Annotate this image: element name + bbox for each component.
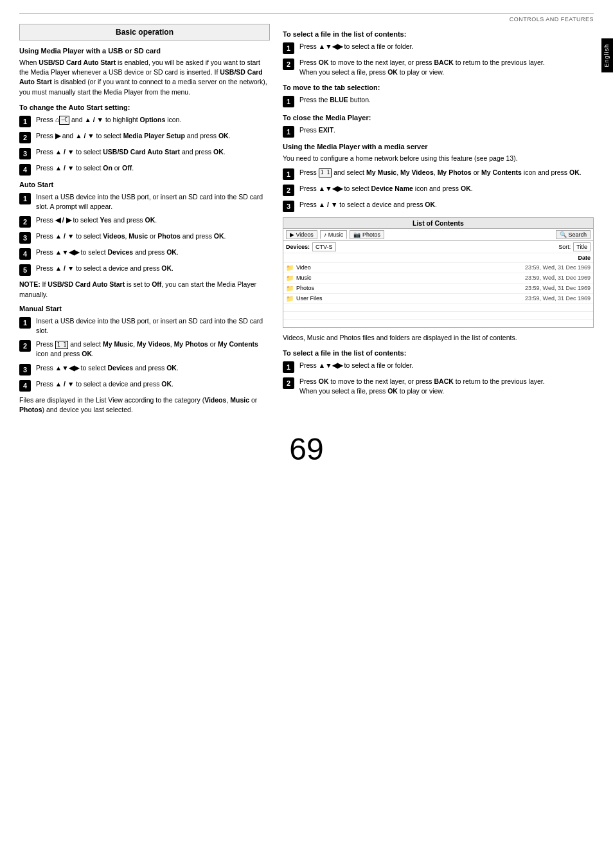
step-num: 2: [19, 132, 31, 143]
basic-operation-title: Basic operation: [19, 24, 270, 41]
step-num: 3: [19, 364, 31, 375]
step-item: 1 Press EXIT.: [283, 125, 594, 138]
loc-device-row: Devices: CTV-S Sort: Title: [283, 241, 593, 253]
manual-start-steps: 1 Insert a USB device into the USB port,…: [19, 316, 270, 392]
step-content: Press ▶ and ▲ / ▼ to select Media Player…: [36, 131, 270, 141]
step-item: 3 Press ▲ / ▼ to select a device and pre…: [283, 200, 594, 212]
select-file2-steps: 1 Press ▲▼◀▶ to select a file or folder.…: [283, 361, 594, 396]
folder-icon: 📁: [286, 275, 294, 282]
step-num: 5: [19, 264, 31, 276]
step-item: 4 Press ▲ / ▼ to select On or Off.: [19, 163, 270, 176]
move-tab-steps: 1 Press the BLUE button.: [283, 95, 594, 107]
folder-icon: 📁: [286, 295, 294, 302]
step-num: 3: [283, 201, 294, 212]
note-text: NOTE: If USB/SD Card Auto Start is set t…: [19, 280, 270, 299]
left-column: Basic operation Using Media Player with …: [19, 24, 270, 419]
step-content: Press OK to move to the next layer, or p…: [299, 58, 594, 77]
step-item: 3 Press ▲▼◀▶ to select Devices and press…: [19, 363, 270, 375]
step-item: 3 Press ▲ / ▼ to select USB/SD Card Auto…: [19, 147, 270, 159]
step-item: 1 Insert a USB device into the USB port,…: [19, 192, 270, 212]
files-note: Files are displayed in the List View acc…: [19, 395, 270, 415]
english-tab: English: [601, 39, 613, 73]
loc-tab-photos[interactable]: 📷 Photos: [350, 230, 384, 239]
manual-start-heading: Manual Start: [19, 305, 270, 312]
change-auto-steps: 1 Press ⌂—C and ▲ / ▼ to highlight Optio…: [19, 115, 270, 176]
step-num: 1: [19, 317, 31, 329]
loc-tab-videos[interactable]: ▶ Videos: [286, 230, 317, 239]
right-column: To select a file in the list of contents…: [283, 24, 594, 419]
step-num: 4: [19, 248, 31, 260]
loc-sort-area: 🔍 Search: [556, 230, 591, 239]
step-item: 1 Press the BLUE button.: [283, 95, 594, 107]
step-item: 2 Press 1 1 and select My Music, My Vide…: [19, 339, 270, 359]
step-content: Insert a USB device into the USB port, o…: [36, 316, 270, 336]
step-content: Press ◀ / ▶ to select Yes and press OK.: [36, 215, 270, 225]
list-of-contents-box: List of Contents ▶ Videos ♪ Music 📷 Phot…: [283, 217, 594, 328]
select-file-steps: 1 Press ▲▼◀▶ to select a file or folder.…: [283, 42, 594, 77]
step-num: 2: [19, 340, 31, 352]
step-content: Press 1 1 and select My Music, My Videos…: [299, 168, 594, 177]
close-player-heading: To close the Media Player:: [283, 114, 594, 122]
empty-row: [283, 320, 593, 327]
step-num: 3: [19, 148, 31, 159]
item-date: 23:59, Wed, 31 Dec 1969: [525, 264, 591, 271]
step-item: 1 Press ▲▼◀▶ to select a file or folder.: [283, 361, 594, 373]
item-name: Photos: [296, 285, 522, 291]
loc-title: List of Contents: [283, 218, 593, 229]
step-num: 1: [283, 361, 294, 373]
step-num: 2: [19, 216, 31, 228]
step-content: Press the BLUE button.: [299, 95, 594, 105]
usb-section-heading: Using Media Player with a USB or SD card: [19, 47, 270, 55]
header-text: CONTROLS AND FEATURES: [510, 16, 594, 23]
step-content: Press ▲ / ▼ to select a device and press…: [36, 264, 270, 273]
step-num: 1: [283, 96, 294, 107]
step-item: 2 Press ▶ and ▲ / ▼ to select Media Play…: [19, 131, 270, 143]
search-btn[interactable]: 🔍 Search: [556, 230, 591, 239]
step-content: Press EXIT.: [299, 125, 594, 135]
list-item: 📁 Music 23:59, Wed, 31 Dec 1969: [283, 273, 593, 284]
media-server-steps: 1 Press 1 1 and select My Music, My Vide…: [283, 168, 594, 212]
step-content: Press 1 1 and select My Music, My Videos…: [36, 339, 270, 359]
step-item: 5 Press ▲ / ▼ to select a device and pre…: [19, 264, 270, 276]
header-area: CONTROLS AND FEATURES: [0, 14, 613, 24]
step-content: Press ▲ / ▼ to select On or Off.: [36, 163, 270, 173]
step-num: 2: [283, 59, 294, 70]
loc-tab-music[interactable]: ♪ Music: [320, 230, 348, 239]
loc-date-header: Date: [578, 255, 591, 261]
step-content: Press ▲▼◀▶ to select Devices and press O…: [36, 248, 270, 257]
item-name: Video: [296, 264, 522, 271]
step-content: Press ▲ / ▼ to select a device and press…: [36, 379, 270, 389]
item-name: User Files: [296, 295, 522, 302]
step-num: 4: [19, 164, 31, 176]
media-server-heading: Using the Media Player with a media serv…: [283, 143, 594, 150]
step-num: 4: [19, 380, 31, 392]
step-item: 1 Insert a USB device into the USB port,…: [19, 316, 270, 336]
step-num: 1: [283, 42, 294, 54]
step-item: 4 Press ▲ / ▼ to select a device and pre…: [19, 379, 270, 392]
content-wrapper: Basic operation Using Media Player with …: [0, 24, 613, 419]
step-num: 1: [283, 168, 294, 180]
step-item: 4 Press ▲▼◀▶ to select Devices and press…: [19, 248, 270, 260]
page: CONTROLS AND FEATURES English Basic oper…: [0, 0, 613, 868]
empty-row: [283, 312, 593, 320]
step-content: Press ▲▼◀▶ to select Devices and press O…: [36, 363, 270, 373]
step-item: 3 Press ▲ / ▼ to select Videos, Music or…: [19, 231, 270, 244]
step-item: 1 Press ▲▼◀▶ to select a file or folder.: [283, 42, 594, 54]
usb-body-text: When USB/SD Card Auto Start is enabled, …: [19, 58, 270, 97]
step-content: Press ⌂—C and ▲ / ▼ to highlight Options…: [36, 115, 270, 125]
page-number: 69: [0, 431, 613, 467]
step-item: 2 Press ▲▼◀▶ to select Device Name icon …: [283, 184, 594, 196]
sort-value[interactable]: Title: [573, 242, 591, 251]
loc-device-value[interactable]: CTV-S: [312, 242, 336, 251]
step-item: 2 Press OK to move to the next layer, or…: [283, 58, 594, 77]
step-item: 1 Press ⌂—C and ▲ / ▼ to highlight Optio…: [19, 115, 270, 127]
step-item: 1 Press 1 1 and select My Music, My Vide…: [283, 168, 594, 180]
list-item: 📁 User Files 23:59, Wed, 31 Dec 1969: [283, 294, 593, 304]
step-content: Press ▲ / ▼ to select Videos, Music or P…: [36, 231, 270, 241]
close-player-steps: 1 Press EXIT.: [283, 125, 594, 138]
folder-icon: 📁: [286, 264, 294, 271]
step-content: Press ▲▼◀▶ to select a file or folder.: [299, 361, 594, 370]
folder-icon: 📁: [286, 285, 294, 292]
step-content: Press OK to move to the next layer, or p…: [299, 377, 594, 396]
select-file-heading: To select a file in the list of contents…: [283, 30, 594, 38]
